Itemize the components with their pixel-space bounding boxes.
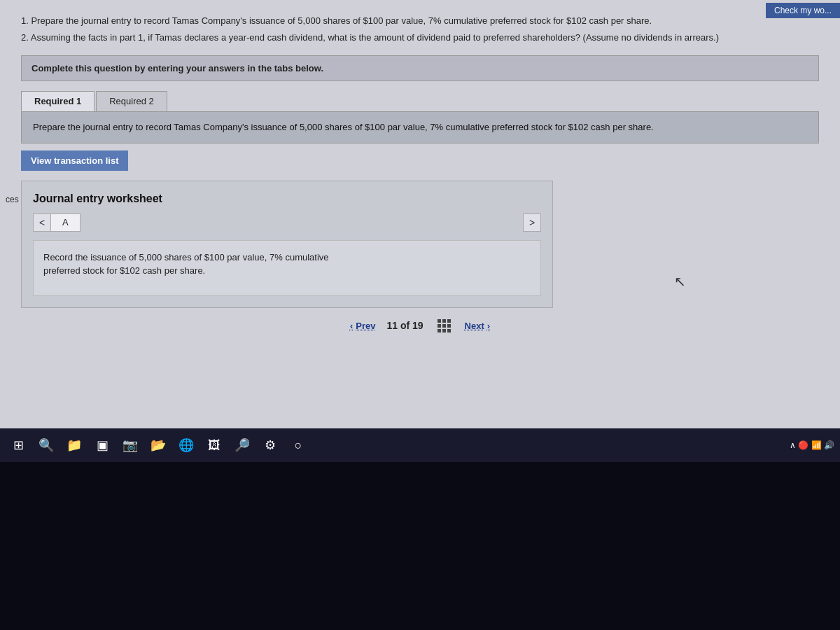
search2-icon[interactable]: 🔎 [230,433,255,458]
system-tray: ∧ 🔴 📶 🔊 [790,440,834,450]
tab-required1[interactable]: Required 1 [21,91,94,111]
cursor-arrow: ↖ [674,273,686,290]
tablet-icon[interactable]: ▣ [90,433,115,458]
search-icon[interactable]: 🔍 [34,433,59,458]
worksheet-record-text: Record the issuance of 5,000 shares of $… [43,251,531,278]
prev-button[interactable]: ‹ Prev [350,321,376,331]
question-part1: 1. Prepare the journal entry to record T… [21,14,819,28]
windows-icon[interactable]: ⊞ [6,433,31,458]
worksheet-nav: < A > [33,214,541,232]
worksheet-title: Journal entry worksheet [33,192,541,205]
folder2-icon[interactable]: 📂 [146,433,171,458]
ces-label: ces [6,195,19,204]
taskbar-right: ∧ 🔴 📶 🔊 [790,440,834,450]
tab-content-area: Prepare the journal entry to record Tama… [21,111,819,144]
explorer-icon[interactable]: 📁 [62,433,87,458]
grid-dots-icon [435,319,454,332]
page-info: 11 of 19 [386,320,423,331]
edge-icon[interactable]: 🌐 [174,433,199,458]
worksheet-next-button[interactable]: > [523,214,541,232]
worksheet-inner: Record the issuance of 5,000 shares of $… [33,240,541,296]
taskbar: ⊞ 🔍 📁 ▣ 📷 📂 🌐 🖼 🔎 ⚙ ○ ∧ 🔴 📶 🔊 [0,428,840,462]
camera-icon[interactable]: 📷 [118,433,143,458]
photo-icon[interactable]: 🖼 [202,433,227,458]
worksheet-container: Journal entry worksheet < A > Record the… [21,181,553,308]
question-text: 1. Prepare the journal entry to record T… [21,14,819,44]
question-part2: 2. Assuming the facts in part 1, if Tama… [21,31,819,45]
check-my-work-button[interactable]: Check my wo... [766,3,840,18]
worksheet-prev-button[interactable]: < [33,214,51,232]
view-transaction-button[interactable]: View transaction list [21,150,128,171]
instruction-box: Complete this question by entering your … [21,55,819,81]
black-area [0,462,840,630]
pagination-row: ‹ Prev 11 of 19 Next › [21,319,819,332]
next-button[interactable]: Next › [465,321,491,331]
tabs-row: Required 1 Required 2 [21,91,819,111]
settings-icon[interactable]: ⚙ [258,433,283,458]
tab-required2[interactable]: Required 2 [96,91,167,111]
circle-icon[interactable]: ○ [286,433,311,458]
tab-description: Prepare the journal entry to record Tama… [33,120,807,134]
worksheet-tab-a[interactable]: A [51,214,80,232]
